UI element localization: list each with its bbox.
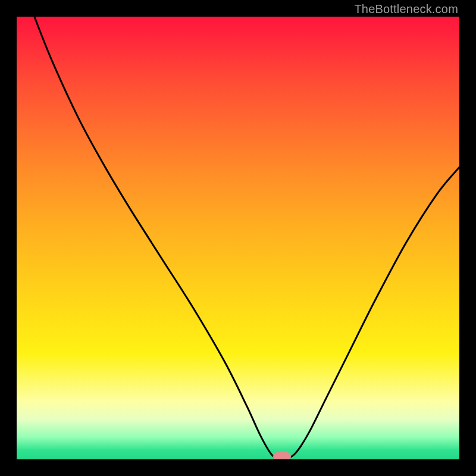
watermark-text: TheBottleneck.com — [354, 2, 458, 16]
plot-area — [17, 17, 459, 459]
chart-frame: TheBottleneck.com — [0, 0, 476, 476]
bottleneck-curve — [17, 17, 459, 459]
minimum-marker — [273, 452, 291, 459]
